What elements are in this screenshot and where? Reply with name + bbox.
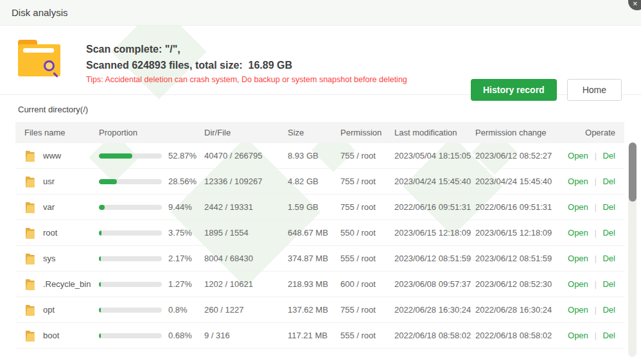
- last-modification: 2022/06/28 16:30:24: [394, 305, 475, 315]
- file-name[interactable]: usr: [43, 177, 55, 186]
- permission-change: 2022/06/18 08:58:02: [475, 331, 560, 340]
- dir-file-count: 260 / 1227: [204, 305, 288, 315]
- table-row: var 9.44% 2442 / 19331 1.59 GB 755 / roo…: [15, 195, 624, 220]
- permission-value: 555 / root: [340, 331, 394, 340]
- folder-scan-icon: [18, 40, 63, 81]
- file-name[interactable]: var: [43, 202, 55, 212]
- file-size: 137.62 MB: [288, 305, 340, 315]
- del-link[interactable]: Del: [602, 202, 615, 212]
- del-link[interactable]: Del: [602, 331, 615, 340]
- open-link[interactable]: Open: [568, 151, 588, 160]
- table-row: sys 2.17% 8004 / 68430 374.87 MB 555 / r…: [15, 246, 624, 272]
- proportion-bar-fill: [99, 179, 117, 184]
- proportion-bar-fill: [99, 205, 105, 210]
- del-link[interactable]: Del: [602, 177, 615, 186]
- permission-change: 2023/06/12 08:52:30: [475, 279, 560, 289]
- operate-separator: |: [594, 228, 596, 238]
- file-size: 117.21 MB: [288, 331, 340, 340]
- del-link[interactable]: Del: [602, 305, 615, 315]
- file-name[interactable]: www: [43, 151, 61, 160]
- open-link[interactable]: Open: [568, 331, 588, 340]
- file-name[interactable]: boot: [43, 331, 59, 340]
- last-modification: 2023/06/12 08:51:59: [394, 254, 475, 263]
- column-header-permission: Permission: [340, 128, 394, 137]
- proportion-bar-fill: [99, 333, 101, 338]
- scan-stats-line: Scanned 624893 files, total size: 16.89 …: [86, 57, 407, 73]
- column-header-size: Size: [288, 128, 340, 137]
- history-record-button[interactable]: History record: [471, 79, 557, 101]
- dir-file-count: 1895 / 1554: [204, 228, 288, 238]
- permission-value: 755 / root: [340, 177, 394, 186]
- operate-separator: |: [594, 279, 596, 289]
- file-name[interactable]: root: [43, 228, 57, 238]
- dir-file-count: 40470 / 266795: [204, 151, 288, 160]
- open-link[interactable]: Open: [568, 279, 588, 289]
- open-link[interactable]: Open: [568, 202, 588, 212]
- proportion-value: 0.68%: [168, 331, 192, 340]
- folder-icon: [24, 252, 35, 264]
- dir-file-count: 2442 / 19331: [204, 202, 288, 212]
- column-header-permission-change: Permission change: [475, 128, 560, 137]
- last-modification: 2023/05/04 18:15:05: [394, 151, 475, 160]
- file-size: 648.67 MB: [288, 228, 340, 238]
- last-modification: 2022/06/18 08:58:02: [394, 331, 475, 340]
- file-size: 1.59 GB: [288, 202, 340, 212]
- close-icon: ×: [633, 0, 638, 8]
- folder-icon: [24, 278, 35, 290]
- proportion-bar: [99, 333, 162, 338]
- proportion-value: 52.87%: [168, 151, 197, 160]
- open-link[interactable]: Open: [568, 177, 588, 186]
- open-link[interactable]: Open: [568, 228, 588, 238]
- file-name[interactable]: .Recycle_bin: [43, 279, 91, 289]
- folder-icon: [24, 201, 35, 213]
- proportion-bar-fill: [99, 282, 101, 287]
- open-link[interactable]: Open: [568, 305, 588, 315]
- magnifier-icon: [44, 60, 55, 71]
- last-modification: 2023/06/08 09:57:37: [394, 279, 475, 289]
- home-button[interactable]: Home: [567, 79, 622, 101]
- proportion-bar-fill: [99, 256, 101, 261]
- column-header-proportion: Proportion: [99, 128, 204, 137]
- file-size: 8.93 GB: [288, 151, 340, 160]
- file-size: 4.82 GB: [288, 177, 340, 186]
- permission-value: 550 / root: [340, 228, 394, 238]
- permission-value: 755 / root: [340, 202, 394, 212]
- proportion-bar: [99, 230, 162, 236]
- open-link[interactable]: Open: [568, 254, 588, 263]
- operate-separator: |: [594, 305, 596, 315]
- operate-separator: |: [594, 202, 596, 212]
- column-header-last-modification: Last modification: [394, 128, 475, 137]
- proportion-value: 0.8%: [168, 305, 188, 315]
- last-modification: 2023/06/15 12:18:09: [394, 228, 475, 238]
- permission-change: 2023/04/24 15:45:40: [475, 177, 560, 186]
- table-header-row: Files name Proportion Dir/File Size Perm…: [15, 122, 624, 143]
- column-header-files-name: Files name: [15, 128, 99, 137]
- del-link[interactable]: Del: [602, 254, 615, 263]
- permission-change: 2022/06/28 16:30:24: [475, 305, 560, 315]
- table-row: boot 0.68% 9 / 316 117.21 MB 555 / root …: [15, 323, 624, 349]
- close-button[interactable]: ×: [628, 0, 641, 10]
- permission-value: 600 / root: [340, 279, 394, 289]
- file-name[interactable]: sys: [43, 254, 56, 263]
- del-link[interactable]: Del: [602, 228, 615, 238]
- table-row: root 3.75% 1895 / 1554 648.67 MB 550 / r…: [15, 220, 624, 246]
- scrollbar-track[interactable]: [628, 143, 637, 357]
- permission-change: 2023/06/12 08:52:27: [475, 151, 560, 160]
- table-body: www 52.87% 40470 / 266795 8.93 GB 755 / …: [15, 143, 624, 349]
- scrollbar-thumb[interactable]: [629, 143, 637, 202]
- dir-file-count: 12336 / 109267: [204, 177, 288, 186]
- tips-warning: Tips: Accidental deletion can crash syst…: [86, 75, 407, 84]
- file-name[interactable]: opt: [43, 305, 55, 315]
- proportion-bar: [99, 153, 162, 159]
- proportion-bar-fill: [99, 308, 101, 313]
- del-link[interactable]: Del: [602, 151, 615, 160]
- table-row: .Recycle_bin 1.27% 1202 / 10621 218.93 M…: [15, 272, 624, 297]
- title-bar: Disk analysis ×: [0, 0, 641, 26]
- proportion-bar-fill: [99, 230, 101, 236]
- proportion-bar: [99, 179, 162, 184]
- folder-icon: [24, 150, 35, 162]
- proportion-value: 1.27%: [168, 279, 192, 289]
- del-link[interactable]: Del: [602, 279, 615, 289]
- folder-slot: [23, 48, 54, 53]
- scan-summary: Scan complete: "/", Scanned 624893 files…: [0, 26, 641, 95]
